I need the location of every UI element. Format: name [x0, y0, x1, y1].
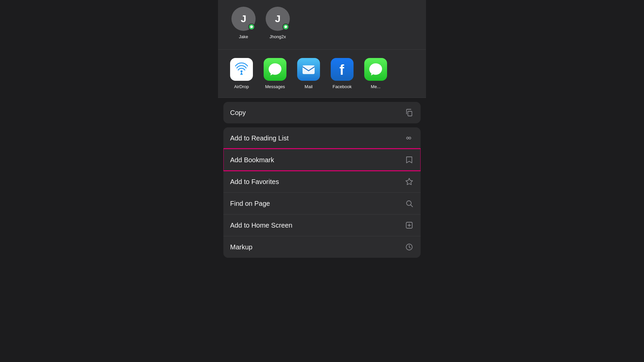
message-badge-jhong2x: [282, 23, 289, 30]
copy-group: Copy: [223, 102, 421, 123]
app-name-facebook: Facebook: [332, 84, 352, 89]
main-action-group: Add to Reading List Add Bookmark: [223, 127, 421, 258]
apps-row: AirDrop Messages Mail: [218, 50, 426, 98]
app-airdrop[interactable]: AirDrop: [228, 58, 255, 89]
home-screen-label: Add to Home Screen: [230, 222, 292, 229]
reading-list-label: Add to Reading List: [230, 134, 289, 142]
message-badge-jake: [248, 23, 255, 30]
person-name-jake: Jake: [239, 34, 248, 39]
app-facebook[interactable]: f Facebook: [329, 58, 356, 89]
favorites-label: Add to Favorites: [230, 178, 279, 186]
find-on-page-label: Find on Page: [230, 200, 270, 207]
add-bookmark-action[interactable]: Add Bookmark: [223, 149, 421, 171]
bookmark-label: Add Bookmark: [230, 156, 274, 164]
app-name-airdrop: AirDrop: [234, 84, 249, 89]
svg-line-9: [411, 205, 413, 207]
add-to-reading-list-action[interactable]: Add to Reading List: [223, 127, 421, 149]
search-icon: [405, 199, 414, 208]
app-name-mail: Mail: [305, 84, 313, 89]
find-on-page-action[interactable]: Find on Page: [223, 192, 421, 214]
people-row: J Jake J Jhong2x: [218, 0, 426, 50]
markup-label: Markup: [230, 243, 253, 251]
add-to-favorites-action[interactable]: Add to Favorites: [223, 171, 421, 192]
copy-icon: [405, 108, 414, 117]
share-sheet: J Jake J Jhong2x: [218, 0, 426, 265]
person-jake[interactable]: J Jake: [231, 7, 256, 39]
svg-marker-7: [406, 178, 413, 185]
add-square-icon: [405, 221, 414, 230]
mail-icon: [297, 58, 320, 81]
favorites-icon: [405, 177, 414, 186]
bookmark-icon: [405, 155, 414, 165]
add-to-home-screen-action[interactable]: Add to Home Screen: [223, 214, 421, 236]
markup-icon: [405, 242, 414, 252]
reading-list-icon: [405, 133, 414, 143]
more-icon: [364, 58, 387, 81]
facebook-icon: f: [331, 58, 354, 81]
app-name-messages: Messages: [265, 84, 285, 89]
app-mail[interactable]: Mail: [295, 58, 322, 89]
person-jhong2x[interactable]: J Jhong2x: [266, 7, 290, 39]
messages-icon: [264, 58, 286, 81]
app-messages[interactable]: Messages: [262, 58, 288, 89]
action-list: Copy Add to Reading List: [218, 98, 426, 265]
svg-point-6: [409, 137, 411, 139]
copy-label: Copy: [230, 109, 246, 117]
svg-point-1: [240, 70, 243, 72]
svg-text:f: f: [339, 62, 344, 77]
markup-action[interactable]: Markup: [223, 236, 421, 258]
svg-rect-4: [408, 111, 412, 116]
person-name-jhong2x: Jhong2x: [269, 34, 286, 39]
copy-action[interactable]: Copy: [223, 102, 421, 123]
svg-point-5: [407, 137, 409, 139]
app-name-more: Me...: [371, 84, 381, 89]
svg-rect-2: [303, 65, 315, 74]
airdrop-icon: [230, 58, 253, 81]
app-more[interactable]: Me...: [362, 58, 389, 89]
